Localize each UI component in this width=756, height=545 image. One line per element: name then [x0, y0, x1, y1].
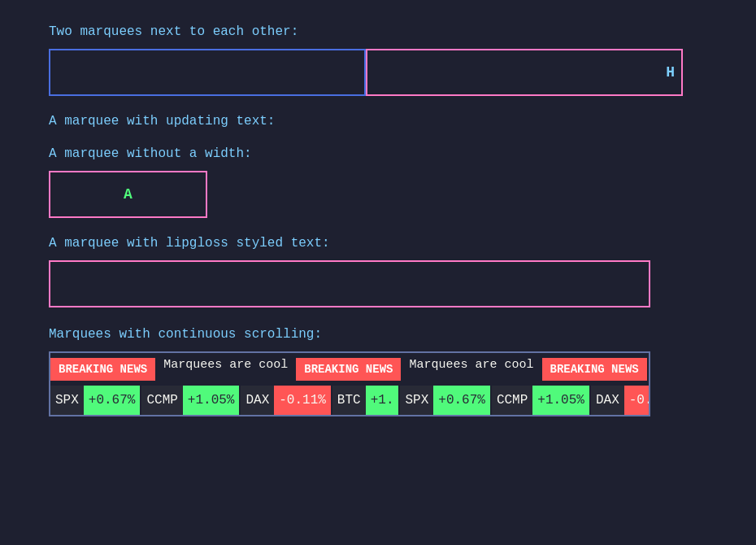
stock-dax-name: DAX — [241, 386, 274, 415]
stocks-row: SPX +0.67% CCMP +1.05% DAX -0.11% BTC +1… — [50, 386, 649, 415]
breaking-news-badge-1: BREAKING NEWS — [50, 358, 155, 381]
lipgloss-section: A marquee with lipgloss styled text: — [49, 236, 707, 307]
two-marquees-label: Two marquees next to each other: — [49, 24, 707, 39]
marquee-lipgloss — [49, 260, 650, 307]
stock-btc-name: BTC — [332, 386, 366, 415]
updating-text-section: A marquee with updating text: — [49, 114, 707, 129]
stock-dax-name-2: DAX — [591, 386, 624, 415]
stock-spx-name-2: SPX — [400, 386, 433, 415]
stock-btc-val: +1. — [366, 386, 399, 415]
stock-ccmp-val-2: +1.05% — [532, 386, 589, 415]
lipgloss-label: A marquee with lipgloss styled text: — [49, 236, 707, 251]
news-text-3: Marquees are cool — [647, 358, 649, 381]
marquee-small: A — [49, 171, 207, 218]
without-width-label: A marquee without a width: — [49, 146, 707, 161]
news-text-1: Marquees are cool — [155, 358, 296, 381]
breaking-news-badge-3: BREAKING NEWS — [542, 358, 647, 381]
marquee-right-letter: H — [666, 64, 675, 81]
stock-ccmp-name: CCMP — [141, 386, 182, 415]
updating-text-label: A marquee with updating text: — [49, 114, 707, 129]
breaking-news-badge-2: BREAKING NEWS — [296, 358, 401, 381]
stock-ccmp-name-2: CCMP — [492, 386, 532, 415]
stock-spx-val-2: +0.67% — [433, 386, 490, 415]
news-ticker-row: BREAKING NEWS Marquees are cool BREAKING… — [50, 353, 649, 386]
stock-ccmp-val: +1.05% — [183, 386, 240, 415]
stock-spx-name: SPX — [50, 386, 84, 415]
stock-dax-val-2: -0.11% — [624, 386, 649, 415]
continuous-label: Marquees with continuous scrolling: — [49, 327, 707, 342]
two-marquees-section: Two marquees next to each other: H — [49, 24, 707, 96]
stock-dax-val: -0.11% — [274, 386, 331, 415]
continuous-section: Marquees with continuous scrolling: BREA… — [49, 327, 707, 416]
marquee-small-letter: A — [124, 186, 133, 203]
marquee-left — [49, 49, 366, 96]
news-scroll-inner: BREAKING NEWS Marquees are cool BREAKING… — [50, 358, 649, 381]
scroll-container: BREAKING NEWS Marquees are cool BREAKING… — [49, 351, 650, 416]
two-marquees-row: H — [49, 49, 707, 96]
stock-spx-val: +0.67% — [84, 386, 141, 415]
marquee-right: H — [366, 49, 683, 96]
without-width-section: A marquee without a width: A — [49, 146, 707, 218]
stocks-scroll-inner: SPX +0.67% CCMP +1.05% DAX -0.11% BTC +1… — [50, 386, 649, 415]
news-text-2: Marquees are cool — [401, 358, 541, 381]
